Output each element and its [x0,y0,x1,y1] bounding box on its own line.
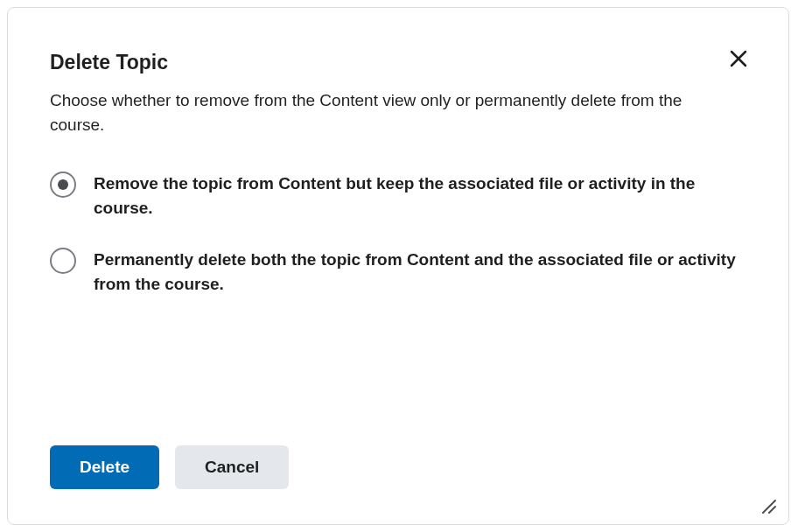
radio-button[interactable] [50,172,76,198]
close-button[interactable] [727,46,750,74]
radio-button[interactable] [50,248,76,274]
dialog-footer: Delete Cancel [50,445,746,489]
resize-handle[interactable] [759,496,776,514]
svg-line-2 [763,500,775,513]
dialog-title: Delete Topic [50,50,168,76]
dialog-header: Delete Topic [50,50,746,76]
delete-topic-dialog: Delete Topic Choose whether to remove fr… [7,7,789,525]
option-label: Permanently delete both the topic from C… [94,248,741,298]
option-remove-only[interactable]: Remove the topic from Content but keep t… [50,172,746,221]
delete-button[interactable]: Delete [50,445,159,489]
cancel-button[interactable]: Cancel [175,445,289,489]
resize-icon [760,498,776,514]
options-group: Remove the topic from Content but keep t… [50,172,746,298]
dialog-subtitle: Choose whether to remove from the Conten… [50,88,732,138]
option-permanent-delete[interactable]: Permanently delete both the topic from C… [50,248,746,298]
option-label: Remove the topic from Content but keep t… [94,172,741,221]
close-icon [729,49,748,68]
svg-line-3 [769,507,775,513]
